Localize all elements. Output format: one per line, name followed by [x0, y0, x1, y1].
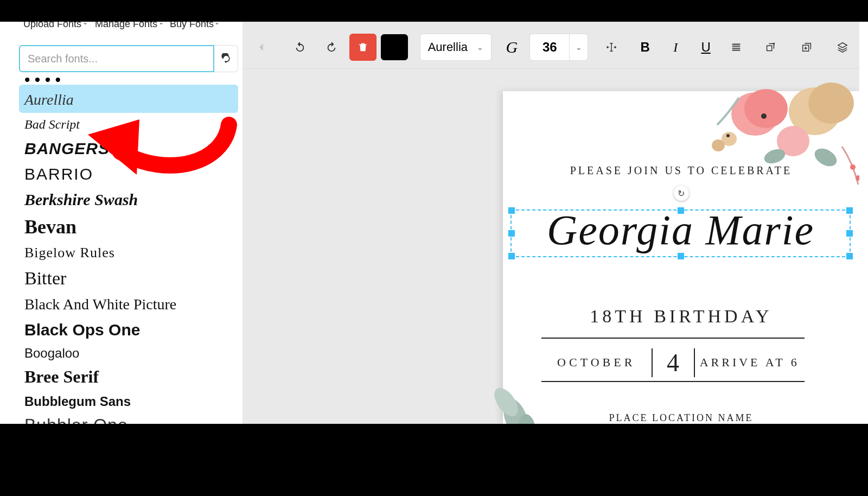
redo-button[interactable] — [318, 34, 345, 61]
font-size-input[interactable]: 36 — [529, 34, 570, 61]
align-button[interactable] — [723, 34, 750, 61]
trash-icon — [357, 41, 369, 53]
invitation-location[interactable]: PLACE LOCATION NAME — [503, 412, 859, 424]
resize-handle-bm[interactable] — [678, 253, 684, 259]
text-color-swatch[interactable] — [381, 34, 408, 60]
font-list[interactable]: • • • • AurelliaBad ScriptBANGERSBARRIOB… — [19, 77, 238, 424]
letterbox-bottom — [0, 424, 868, 496]
delete-button[interactable] — [349, 34, 376, 61]
svg-point-9 — [726, 134, 730, 137]
bold-button[interactable]: B — [631, 34, 659, 61]
chevron-down-icon: ⌄ — [477, 43, 483, 52]
svg-point-7 — [712, 139, 725, 151]
invitation-canvas[interactable]: PLEASE JOIN US TO CELEBRATE ↻ Georgia Ma… — [503, 91, 859, 424]
arrange-button[interactable] — [757, 34, 784, 61]
chevron-down-icon: ⌄ — [158, 22, 164, 26]
refresh-icon — [221, 53, 232, 64]
invitation-month: OCTOBER — [541, 355, 652, 370]
editor-toolbar: Aurellia ⌄ G 36 ⌄ B I U — [242, 31, 859, 63]
text-cursor-icon — [605, 41, 617, 53]
font-item-berkshire-swash[interactable]: Berkshire Swash — [19, 186, 238, 211]
svg-point-4 — [808, 82, 854, 124]
align-justify-icon — [730, 41, 742, 53]
text-spacing-button[interactable] — [598, 34, 625, 61]
tab-manage-fonts[interactable]: Manage Fonts — [95, 22, 157, 30]
divider — [541, 338, 805, 339]
resize-handle-bl[interactable] — [508, 253, 515, 259]
font-item-black-ops-one[interactable]: Black Ops One — [19, 316, 238, 341]
invitation-tagline[interactable]: PLEASE JOIN US TO CELEBRATE — [503, 164, 859, 177]
design-editor-window: Upload Fonts ⌄ Manage Fonts ⌄ Buy Fonts … — [9, 22, 859, 424]
resize-handle-tl[interactable] — [508, 207, 515, 214]
letterbox-top — [0, 0, 868, 22]
layers-button[interactable] — [829, 34, 856, 61]
font-item-barrio[interactable]: BARRIO — [19, 160, 238, 186]
font-item-boogaloo[interactable]: Boogaloo — [19, 341, 238, 363]
chevron-down-icon: ⌄ — [214, 22, 220, 26]
font-item-bree-serif[interactable]: Bree Serif — [19, 363, 238, 390]
svg-point-5 — [777, 126, 809, 156]
italic-button[interactable]: I — [662, 34, 689, 61]
back-button[interactable] — [248, 34, 275, 61]
font-item-bevan[interactable]: Bevan — [19, 211, 238, 241]
script-g-icon: G — [506, 38, 518, 56]
font-item-bigelow-rules[interactable]: Bigelow Rules — [19, 240, 238, 263]
invitation-event[interactable]: 18TH BIRTHDAY — [503, 306, 859, 327]
invitation-date-row[interactable]: OCTOBER 4 ARRIVE AT 6 — [541, 346, 805, 379]
redo-icon — [326, 41, 337, 53]
font-item-bitter[interactable]: Bitter — [19, 263, 238, 291]
svg-point-3 — [789, 87, 841, 135]
selection-box[interactable] — [510, 209, 851, 257]
svg-point-13 — [762, 147, 787, 166]
chevron-down-icon: ⌄ — [576, 43, 582, 52]
font-list-peek: • • • • — [19, 77, 238, 85]
resize-handle-ml[interactable] — [508, 230, 515, 237]
svg-point-8 — [761, 113, 767, 119]
duplicate-button[interactable] — [793, 34, 820, 61]
font-item-bad-script[interactable]: Bad Script — [19, 113, 238, 134]
font-item-bubbler-one[interactable]: Bubbler One — [19, 411, 238, 424]
toolbar-divider — [242, 68, 859, 69]
invitation-arrive: ARRIVE AT 6 — [695, 355, 805, 370]
undo-button[interactable] — [286, 34, 314, 61]
floral-decoration — [690, 81, 859, 201]
tab-upload-fonts[interactable]: Upload Fonts — [23, 22, 81, 30]
svg-point-6 — [722, 132, 737, 146]
popout-icon — [764, 41, 776, 53]
underline-button[interactable]: U — [692, 34, 719, 61]
font-sidebar: Upload Fonts ⌄ Manage Fonts ⌄ Buy Fonts … — [9, 22, 242, 424]
undo-icon — [294, 41, 306, 53]
layers-icon — [837, 41, 848, 53]
search-input[interactable] — [19, 45, 214, 72]
divider — [541, 381, 805, 382]
invitation-day: 4 — [652, 348, 695, 377]
font-family-value: Aurellia — [428, 40, 468, 54]
svg-point-1 — [731, 92, 779, 136]
font-family-dropdown[interactable]: Aurellia ⌄ — [420, 34, 492, 61]
font-size-dropdown[interactable]: ⌄ — [570, 34, 588, 61]
font-item-aurellia[interactable]: Aurellia — [19, 85, 238, 113]
resize-handle-tm[interactable] — [678, 207, 684, 214]
chevron-down-icon: ⌄ — [82, 22, 88, 26]
copy-plus-icon — [801, 41, 813, 53]
font-style-button[interactable]: G — [498, 34, 525, 61]
sidebar-tabs: Upload Fonts ⌄ Manage Fonts ⌄ Buy Fonts … — [9, 22, 242, 35]
tab-buy-fonts[interactable]: Buy Fonts — [170, 22, 214, 30]
resize-handle-tr[interactable] — [846, 207, 853, 214]
chevron-left-icon — [256, 41, 267, 53]
refresh-fonts-button[interactable] — [214, 45, 238, 72]
font-item-bangers[interactable]: BANGERS — [19, 135, 238, 160]
canvas-area: Aurellia ⌄ G 36 ⌄ B I U — [242, 22, 859, 424]
svg-point-2 — [744, 89, 788, 128]
font-item-black-and-white-picture[interactable]: Black And White Picture — [19, 291, 238, 315]
resize-handle-mr[interactable] — [846, 230, 853, 237]
resize-handle-br[interactable] — [846, 253, 853, 259]
font-item-bubblegum-sans[interactable]: Bubblegum Sans — [19, 390, 238, 411]
